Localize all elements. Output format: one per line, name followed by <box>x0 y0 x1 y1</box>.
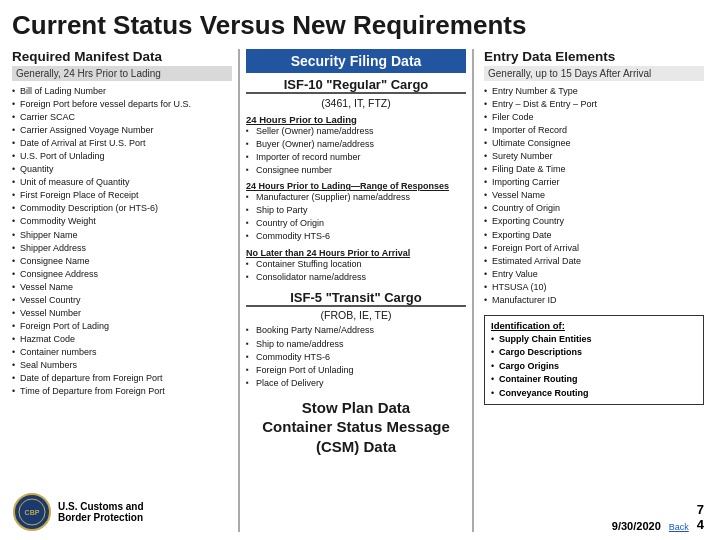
isf-items1: Seller (Owner) name/address Buyer (Owner… <box>246 125 466 177</box>
isf10-sub: (3461, IT, FTZ) <box>246 97 466 109</box>
page-number: 7 4 <box>697 503 704 532</box>
list-item: Buyer (Owner) name/address <box>246 138 466 151</box>
list-item: Country of Origin <box>246 217 466 230</box>
list-item: Seal Numbers <box>12 359 232 372</box>
cbp-seal-icon: CBP <box>12 492 52 532</box>
cbp-logo: CBP U.S. Customs and Border Protection <box>12 492 232 532</box>
list-item: Shipper Address <box>12 242 232 255</box>
svg-text:CBP: CBP <box>25 509 40 516</box>
list-item: Supply Chain Entities <box>491 333 697 347</box>
list-item: Ship to name/address <box>246 338 466 351</box>
list-item: Ultimate Consignee <box>484 137 704 150</box>
list-item: Container Stuffing location <box>246 258 466 271</box>
list-item: First Foreign Place of Receipt <box>12 189 232 202</box>
list-item: Entry – Dist & Entry – Port <box>484 98 704 111</box>
list-item: Exporting Country <box>484 215 704 228</box>
isf-items3: Container Stuffing location Consolidator… <box>246 258 466 284</box>
cbp-line2: Border Protection <box>58 512 144 523</box>
col1-header: Required Manifest Data <box>12 49 232 64</box>
list-item: Carrier Assigned Voyage Number <box>12 124 232 137</box>
list-item: Carrier SCAC <box>12 111 232 124</box>
list-item: Bill of Lading Number <box>12 85 232 98</box>
list-item: Time of Departure from Foreign Port <box>12 385 232 398</box>
list-item: Estimated Arrival Date <box>484 255 704 268</box>
list-item: Container Routing <box>491 373 697 387</box>
list-item: Quantity <box>12 163 232 176</box>
csm-title: Container Status Message (CSM) Data <box>246 417 466 456</box>
page-title: Current Status Versus New Requirements <box>12 10 708 41</box>
list-item: Cargo Origins <box>491 360 697 374</box>
id-box-title: Identification of: <box>491 320 697 331</box>
list-item: Foreign Port before vessel departs for U… <box>12 98 232 111</box>
list-item: Manufacturer ID <box>484 294 704 307</box>
page: Current Status Versus New Requirements R… <box>0 0 720 540</box>
isf-timing2: 24 Hours Prior to Lading—Range of Respon… <box>246 181 466 191</box>
list-item: Importer of Record <box>484 124 704 137</box>
id-box-list: Supply Chain Entities Cargo Descriptions… <box>491 333 697 401</box>
col1-items: Bill of Lading Number Foreign Port befor… <box>12 85 232 398</box>
list-item: Commodity Weight <box>12 215 232 228</box>
list-item: Ship to Party <box>246 204 466 217</box>
isf-items2: Manufacturer (Supplier) name/address Shi… <box>246 191 466 243</box>
list-item: Date of departure from Foreign Port <box>12 372 232 385</box>
col2-header: Security Filing Data <box>246 49 466 73</box>
list-item: Commodity Description (or HTS-6) <box>12 202 232 215</box>
list-item: Consignee Address <box>12 268 232 281</box>
col3-header: Entry Data Elements <box>484 49 704 64</box>
isf-timing3: No Later than 24 Hours Prior to Arrival <box>246 248 466 258</box>
isf5-sub: (FROB, IE, TE) <box>246 309 466 321</box>
list-item: Hazmat Code <box>12 333 232 346</box>
list-item: Exporting Date <box>484 229 704 242</box>
columns: Required Manifest Data Generally, 24 Hrs… <box>12 49 708 532</box>
footer-date: 9/30/2020 <box>612 520 661 532</box>
list-item: U.S. Port of Unlading <box>12 150 232 163</box>
list-item: Commodity HTS-6 <box>246 351 466 364</box>
list-item: Foreign Port of Arrival <box>484 242 704 255</box>
list-item: Filing Date & Time <box>484 163 704 176</box>
list-item: Conveyance Routing <box>491 387 697 401</box>
col1: Required Manifest Data Generally, 24 Hrs… <box>12 49 232 532</box>
list-item: Seller (Owner) name/address <box>246 125 466 138</box>
back-link[interactable]: Back <box>669 522 689 532</box>
id-box: Identification of: Supply Chain Entities… <box>484 315 704 406</box>
isf5-title: ISF-5 "Transit" Cargo <box>246 290 466 307</box>
list-item: Importer of record number <box>246 151 466 164</box>
list-item: Country of Origin <box>484 202 704 215</box>
col2: Security Filing Data ISF-10 "Regular" Ca… <box>238 49 474 532</box>
list-item: Vessel Name <box>484 189 704 202</box>
list-item: Importing Carrier <box>484 176 704 189</box>
list-item: Foreign Port of Lading <box>12 320 232 333</box>
list-item: Foreign Port of Unlading <box>246 364 466 377</box>
list-item: Cargo Descriptions <box>491 346 697 360</box>
list-item: Shipper Name <box>12 229 232 242</box>
list-item: Vessel Number <box>12 307 232 320</box>
isf-timing1: 24 Hours Prior to Lading <box>246 114 466 125</box>
cbp-text: U.S. Customs and Border Protection <box>58 501 144 523</box>
list-item: Booking Party Name/Address <box>246 324 466 337</box>
stow-section: Stow Plan Data Container Status Message … <box>246 398 466 457</box>
col3-items: Entry Number & Type Entry – Dist & Entry… <box>484 85 704 307</box>
list-item: Place of Delivery <box>246 377 466 390</box>
list-item: HTSUSA (10) <box>484 281 704 294</box>
stow-title: Stow Plan Data <box>246 398 466 418</box>
list-item: Vessel Name <box>12 281 232 294</box>
isf-items4: Booking Party Name/Address Ship to name/… <box>246 324 466 389</box>
list-item: Entry Number & Type <box>484 85 704 98</box>
list-item: Consignee Name <box>12 255 232 268</box>
col3: Entry Data Elements Generally, up to 15 … <box>480 49 708 532</box>
list-item: Entry Value <box>484 268 704 281</box>
list-item: Container numbers <box>12 346 232 359</box>
col1-subheader: Generally, 24 Hrs Prior to Lading <box>12 66 232 81</box>
list-item: Manufacturer (Supplier) name/address <box>246 191 466 204</box>
list-item: Consolidator name/address <box>246 271 466 284</box>
list-item: Unit of measure of Quantity <box>12 176 232 189</box>
list-item: Commodity HTS-6 <box>246 230 466 243</box>
list-item: Surety Number <box>484 150 704 163</box>
isf10-title: ISF-10 "Regular" Cargo <box>246 77 466 94</box>
col3-subheader: Generally, up to 15 Days After Arrival <box>484 66 704 81</box>
list-item: Vessel Country <box>12 294 232 307</box>
list-item: Date of Arrival at First U.S. Port <box>12 137 232 150</box>
cbp-line1: U.S. Customs and <box>58 501 144 512</box>
list-item: Filer Code <box>484 111 704 124</box>
list-item: Consignee number <box>246 164 466 177</box>
